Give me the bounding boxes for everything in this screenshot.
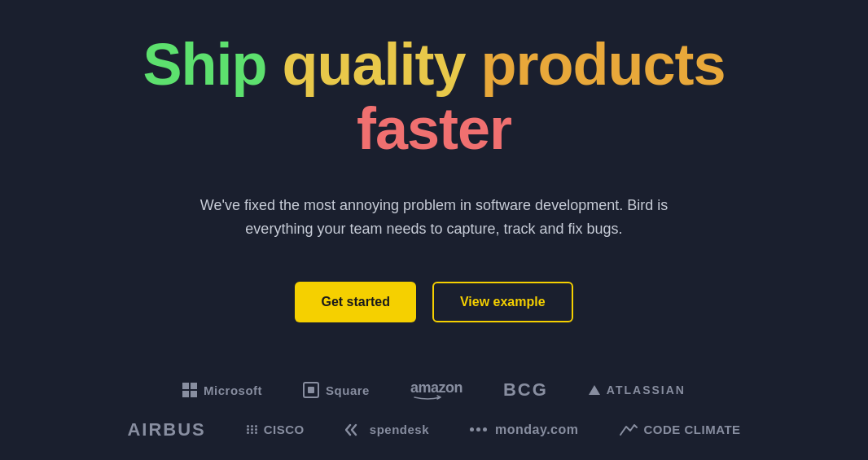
headline-word-products: products — [481, 32, 726, 97]
airbus-label: AIRBUS — [127, 419, 205, 440]
cisco-label: CISCO — [264, 423, 305, 436]
hero-section: Ship quality products faster We've fixed… — [68, 33, 800, 458]
main-headline: Ship quality products faster — [68, 33, 800, 161]
logo-spendesk: spendesk — [345, 423, 429, 436]
codeclimate-icon — [620, 424, 638, 436]
cta-buttons-container: Get started View example — [295, 282, 572, 322]
logo-amazon: amazon — [410, 379, 462, 401]
amazon-icon: amazon — [410, 379, 462, 401]
cisco-icon — [247, 425, 257, 434]
atlassian-icon — [589, 385, 600, 395]
get-started-button[interactable]: Get started — [295, 282, 415, 322]
subheadline-text: We've fixed the most annoying problem in… — [182, 194, 686, 241]
microsoft-icon — [182, 383, 197, 397]
logo-codeclimate: CODE CLIMATE — [620, 423, 741, 436]
square-icon — [303, 382, 319, 398]
monday-icon — [470, 427, 489, 432]
square-label: Square — [326, 383, 370, 397]
logos-row-1: Microsoft Square amazon — [68, 379, 800, 401]
logo-monday: monday.com — [470, 423, 579, 437]
spendesk-label: spendesk — [370, 423, 429, 436]
headline-word-ship: Ship — [142, 32, 282, 97]
logo-bcg: BCG — [503, 379, 548, 401]
logo-cisco: CISCO — [247, 423, 305, 436]
bcg-label: BCG — [503, 379, 548, 401]
logo-atlassian: ATLASSIAN — [589, 383, 686, 396]
logo-airbus: AIRBUS — [127, 419, 205, 440]
logo-microsoft: Microsoft — [182, 383, 262, 397]
logo-square: Square — [303, 382, 370, 398]
amazon-text: amazon — [410, 379, 462, 396]
spendesk-icon — [345, 423, 363, 436]
logos-row-2: AIRBUS — [68, 419, 800, 440]
codeclimate-label: CODE CLIMATE — [644, 423, 741, 436]
headline-word-quality: quality — [282, 32, 480, 97]
atlassian-label: ATLASSIAN — [607, 383, 686, 396]
monday-label: monday.com — [495, 423, 579, 437]
view-example-button[interactable]: View example — [432, 282, 573, 322]
microsoft-label: Microsoft — [204, 383, 262, 397]
logos-section: Microsoft Square amazon — [68, 379, 800, 458]
headline-word-faster: faster — [357, 96, 511, 161]
